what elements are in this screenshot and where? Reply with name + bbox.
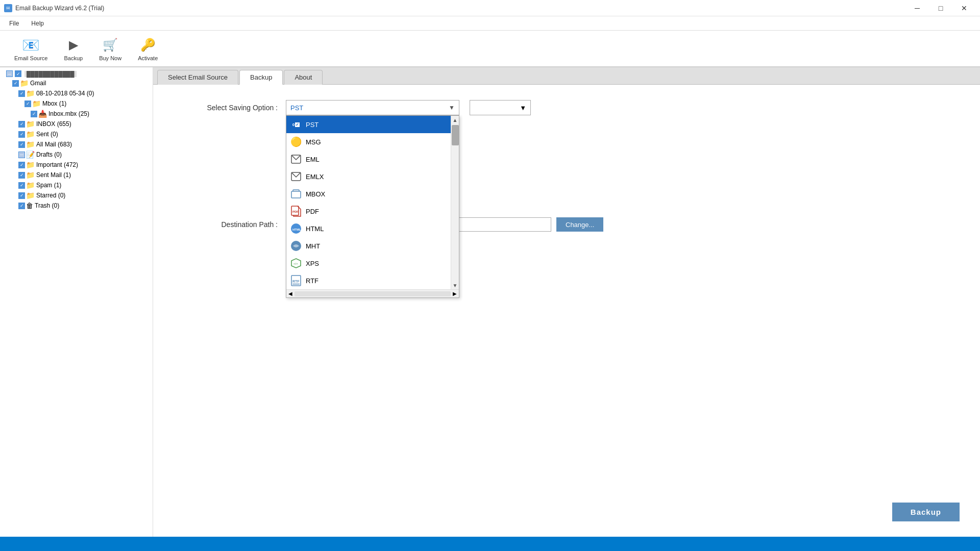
tree-spam[interactable]: ✓ 📁 Spam (1) [2,180,151,190]
mbox-icon [290,188,302,199]
backup-button[interactable]: Backup [892,503,960,521]
pdf-icon: PDF [290,206,302,217]
tree-root[interactable]: ─ ✓ ████████████ [2,69,151,78]
minimize-button[interactable]: ─ [905,0,929,16]
sentmail-checkbox[interactable]: ✓ [18,172,25,179]
dropdown-item-mbox[interactable]: MBOX [286,185,459,203]
title-bar-title: Email Backup Wizard v6.2 (Trial) [15,5,104,12]
activate-button[interactable]: 🔑 Activate [132,34,164,63]
tree-sent[interactable]: ✓ 📁 Sent (0) [2,129,151,139]
mbox-folder-icon: 📁 [32,99,41,108]
hscroll-right[interactable]: ▶ [453,291,457,296]
svg-rect-12 [292,284,300,285]
tab-about[interactable]: About [284,70,323,85]
tree-important[interactable]: ✓ 📁 Important (472) [2,160,151,170]
tree-starred[interactable]: ✓ 📁 Starred (0) [2,190,151,201]
dropdown-item-emlx[interactable]: EMLX [286,168,459,185]
dropdown-item-msg[interactable]: 🟡 MSG [286,133,459,151]
close-button[interactable]: ✕ [952,0,976,16]
inboxmbx-checkbox[interactable]: ✓ [31,111,37,117]
inbox-folder-icon: 📁 [26,120,35,128]
trash-folder-icon: 🗑 [26,202,33,210]
format-select[interactable]: PST ▼ [286,100,459,115]
trash-checkbox[interactable]: ✓ [18,203,25,209]
activate-icon: 🔑 [139,36,157,54]
tree-sentmail[interactable]: ✓ 📁 Sent Mail (1) [2,170,151,180]
backup-toolbar-button[interactable]: ▶ Backup [58,34,89,63]
sidebar: ─ ✓ ████████████ ✓ 📁 Gmail ✓ 📁 08-10-201… [0,67,153,537]
emlx-label: EMLX [306,173,324,181]
scroll-up-arrow[interactable]: ▲ [451,116,459,124]
tree-drafts[interactable]: ─ 📝 Drafts (0) [2,149,151,160]
sentmail-label: Sent Mail (1) [36,171,71,179]
root-checkbox2[interactable]: ✓ [15,70,21,77]
format-select-arrow: ▼ [449,104,455,111]
dropdown-item-pst[interactable]: 0✓ PST [286,116,459,133]
buy-now-button[interactable]: 🛒 Buy Now [93,34,128,63]
date-arrow: ▼ [520,104,526,112]
spam-folder-icon: 📁 [26,181,35,189]
backup-icon: ▶ [64,36,83,54]
dropdown-item-rtf[interactable]: RTF RTF [286,272,459,289]
mbox-checkbox[interactable]: ✓ [24,101,31,107]
root-checkbox[interactable]: ─ [6,70,13,77]
allmail-folder-icon: 📁 [26,140,35,148]
xps-icon: </> [290,258,302,269]
account-label: ████████████ [24,71,77,77]
maximize-button[interactable]: □ [929,0,952,16]
allmail-checkbox[interactable]: ✓ [18,141,25,148]
svg-text:HTML: HTML [292,228,301,231]
eml-icon [290,154,302,165]
tab-select-email-source[interactable]: Select Email Source [157,70,238,85]
emlx-icon [290,171,302,182]
dropdown-hscrollbar[interactable]: ◀ ▶ [286,289,459,297]
tree-mbox[interactable]: ✓ 📁 Mbox (1) [2,98,151,109]
tab-backup[interactable]: Backup [239,70,283,85]
rtf-icon: RTF [290,275,302,286]
spam-label: Spam (1) [36,182,61,189]
sent-checkbox[interactable]: ✓ [18,131,25,138]
mht-label: MHT [306,242,320,250]
allmail-label: All Mail (683) [36,141,72,148]
gmail-checkbox[interactable]: ✓ [12,80,19,87]
spam-checkbox[interactable]: ✓ [18,182,25,189]
pdf-label: PDF [306,208,319,215]
tree-trash[interactable]: ✓ 🗑 Trash (0) [2,201,151,211]
change-button[interactable]: Change... [556,217,603,232]
activate-label: Activate [138,55,158,61]
format-select-value: PST [290,104,303,112]
tree-inbox-mbx[interactable]: ✓ 📥 Inbox.mbx (25) [2,109,151,119]
tree-gmail[interactable]: ✓ 📁 Gmail [2,78,151,88]
dropdown-item-xps[interactable]: </> XPS [286,255,459,272]
svg-text:PDF: PDF [292,210,299,213]
important-folder-icon: 📁 [26,161,35,169]
email-source-button[interactable]: 📧 Email Source [8,34,54,63]
menu-help[interactable]: Help [26,18,49,29]
dropdown-item-mht[interactable]: MHT [286,237,459,255]
hscroll-left[interactable]: ◀ [288,291,292,296]
drafts-checkbox[interactable]: ─ [18,152,25,158]
dropdown-scrollbar[interactable]: ▲ ▼ [451,116,459,289]
backup-btn-area: Backup [892,503,960,521]
format-dropdown[interactable]: 0✓ PST 🟡 MSG [286,115,459,298]
toolbar: 📧 Email Source ▶ Backup 🛒 Buy Now 🔑 Acti… [0,31,980,67]
scroll-down-arrow[interactable]: ▼ [451,281,459,289]
select-saving-row: Select Saving Option : PST ▼ [174,100,960,115]
inbox-checkbox[interactable]: ✓ [18,121,25,128]
dropdown-item-pdf[interactable]: PDF PDF [286,203,459,220]
trash-label: Trash (0) [35,202,59,209]
date-dropdown[interactable]: ▼ [470,100,531,115]
date-checkbox[interactable]: ✓ [18,90,25,97]
tree-date[interactable]: ✓ 📁 08-10-2018 05-34 (0) [2,88,151,98]
tree-allmail[interactable]: ✓ 📁 All Mail (683) [2,139,151,149]
dropdown-item-eml[interactable]: EML [286,151,459,168]
menu-file[interactable]: File [4,18,24,29]
eml-label: EML [306,156,320,163]
tree-inbox[interactable]: ✓ 📁 INBOX (655) [2,119,151,129]
dropdown-item-html[interactable]: HTML HTML [286,220,459,237]
scroll-thumb[interactable] [452,125,459,145]
important-checkbox[interactable]: ✓ [18,162,25,168]
date-label: 08-10-2018 05-34 (0) [36,90,94,97]
dropdown-scroll-area[interactable]: 0✓ PST 🟡 MSG [286,116,459,289]
starred-checkbox[interactable]: ✓ [18,192,25,199]
